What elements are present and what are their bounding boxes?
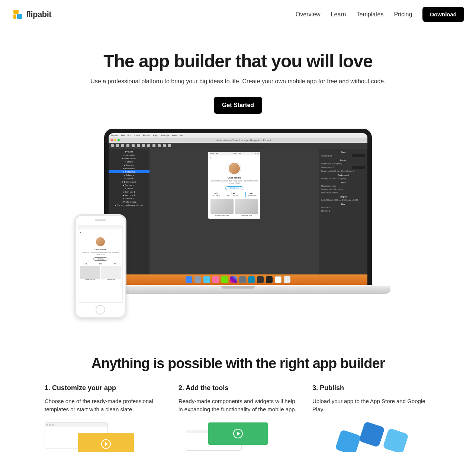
tree-row[interactable]: ▸ Followers (109, 167, 149, 170)
step-title: 2. Add the tools (178, 384, 298, 392)
tree-row[interactable]: ▸ Listings (109, 163, 149, 167)
preview-bio: Sometimes, I wonder how many miles I hav… (210, 180, 258, 184)
home-button-icon (96, 305, 105, 315)
step-3: 3. Publish Upload your app to the App St… (312, 384, 431, 452)
step-2: 2. Add the tools Ready-made components a… (178, 384, 298, 452)
hero-section: The app builder that you will love Use a… (0, 29, 476, 315)
phone-preview: ●●●●○ BB12:59 PM51% ‹ User Name Sometime… (208, 152, 260, 219)
how-it-works-section: Anything is possible with the right app … (0, 315, 476, 452)
tree-row[interactable]: ▸ SAMPLE (109, 197, 149, 200)
tree-row[interactable]: ▸ Item box 1 (109, 190, 149, 193)
inspector-panel: Style Opacity 1.00 Border Border color 1… (319, 149, 367, 285)
logo-icon (13, 10, 22, 19)
iphone-mockup: ‹ User Name Sometimes, I wonder how many… (74, 214, 126, 318)
laptop-base (86, 286, 390, 294)
macos-dock (109, 274, 367, 285)
tree-row[interactable]: ▸ Profile (109, 187, 149, 190)
tree-row[interactable]: ▸ Top bar bg (109, 183, 149, 187)
tree-row[interactable]: ▸ Back button (109, 180, 149, 183)
step-desc: Ready-made components and widgets will h… (178, 397, 298, 414)
product-showcase: FlipabitFile EditInsert FormatAlign Arra… (78, 129, 398, 307)
preview-stats: 142LISTINGS 750FOLLOWERS 390FOLLOWING (208, 192, 260, 197)
tree-row[interactable]: ▸ Navigation (109, 153, 149, 157)
laptop-mockup: FlipabitFile EditInsert FormatAlign Arra… (104, 129, 372, 292)
get-started-button[interactable]: Get Started (214, 97, 262, 114)
hero-subtitle: Use a professional platform to bring you… (15, 78, 461, 85)
step-title: 3. Publish (312, 384, 431, 392)
tree-row[interactable]: ▸ Following (109, 170, 149, 173)
logo-text: flipabit (26, 10, 51, 19)
step-desc: Choose one of the ready-made professiona… (45, 397, 164, 414)
canvas: ●●●●○ BB12:59 PM51% ‹ User Name Sometime… (149, 149, 319, 285)
section-title: Anything is possible with the right app … (45, 356, 431, 372)
tree-row[interactable]: ▸ Background image blurred (109, 203, 149, 207)
step-illustration (312, 422, 431, 452)
step-1: 1. Customize your app Choose one of the … (45, 384, 164, 452)
tree-row[interactable]: ▸ Top bar (109, 177, 149, 180)
play-icon (101, 439, 111, 449)
play-icon (233, 429, 243, 438)
window-titlebar: /Users/server/Downloads/profile.pma* – F… (109, 138, 367, 143)
editor-menubar: FlipabitFile EditInsert FormatAlign Arra… (109, 133, 367, 138)
hero-title: The app builder that you will love (15, 51, 461, 71)
avatar (228, 162, 241, 175)
primary-nav: Overview Learn Templates Pricing Downloa… (296, 7, 464, 22)
back-icon: ‹ (208, 155, 260, 160)
tree-row[interactable]: ▸ Item box 2 (109, 193, 149, 197)
tree-row[interactable]: ▸ Status (109, 160, 149, 163)
step-desc: Upload your app to the App Store and Goo… (312, 397, 431, 414)
nav-overview[interactable]: Overview (296, 11, 321, 18)
step-illustration (45, 422, 164, 452)
window-title: /Users/server/Downloads/profile.pma* – F… (123, 139, 365, 142)
nav-pricing[interactable]: Pricing (394, 11, 412, 18)
preview-username: User Name (208, 176, 260, 179)
step-illustration (178, 422, 298, 452)
follow-button: FOLLOW + (225, 186, 243, 190)
editor-toolbar (109, 143, 367, 149)
logo[interactable]: flipabit (13, 10, 51, 19)
download-button[interactable]: Download (422, 7, 464, 22)
site-header: flipabit Overview Learn Templates Pricin… (0, 0, 476, 29)
tree-row[interactable]: ▸ User Name (109, 157, 149, 160)
nav-learn[interactable]: Learn (331, 11, 346, 18)
step-title: 1. Customize your app (45, 384, 164, 392)
tree-row[interactable]: ▸ Follow + (109, 173, 149, 177)
tree-row[interactable]: ▸ Profile image (109, 200, 149, 203)
nav-templates[interactable]: Templates (357, 11, 384, 18)
